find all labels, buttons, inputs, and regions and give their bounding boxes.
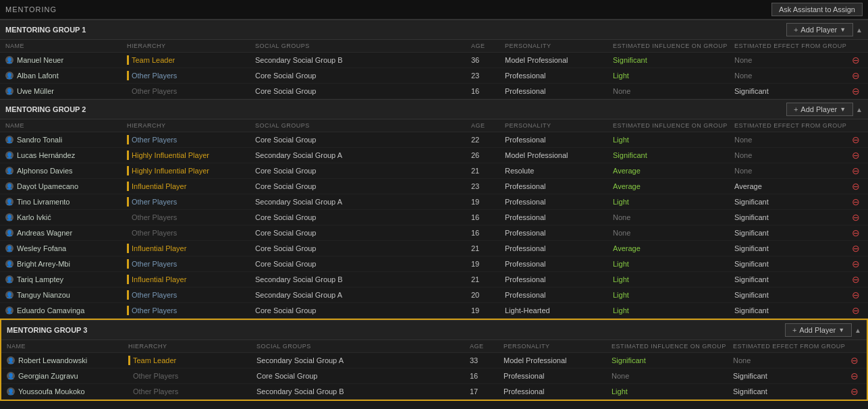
remove-player-button[interactable]: ⊖ [849,243,863,254]
hierarchy-label: Highly Influential Player [132,167,209,175]
hierarchy-label: Team Leader [133,356,176,364]
player-name: Andreas Wagner [17,229,72,237]
player-name-cell: 👤Lucas Hernández [5,151,127,159]
player-name: Robert Lewandowski [18,356,87,364]
col-header-hierarchy: HIERARCHY [128,342,256,351]
avatar: 👤 [5,306,13,315]
remove-player-button[interactable]: ⊖ [849,70,863,81]
table-row: 👤Andreas WagnerOther PlayersCore Social … [0,225,868,241]
effect-cell: Significant [734,244,849,252]
col-header-socialGroups: SOCIAL GROUPS [255,41,471,51]
personality-cell: Model Professional [505,151,613,159]
effect-cell: None [734,56,849,64]
social-group-cell: Core Social Group [255,87,471,95]
personality-cell: Professional [505,198,613,206]
col-header-remove [849,41,863,51]
hierarchy-bar [127,259,129,269]
col-header-hierarchy: HIERARCHY [127,121,255,130]
influence-cell: Average [613,167,734,175]
age-cell: 21 [471,167,505,175]
remove-player-button[interactable]: ⊖ [849,55,863,65]
hierarchy-bar [128,371,130,381]
remove-player-button[interactable]: ⊖ [849,227,863,238]
group3-title: MENTORING GROUP 3 [7,326,87,334]
column-headers: NAMEHIERARCHYSOCIAL GROUPSAGEPERSONALITY… [1,340,867,353]
remove-player-button[interactable]: ⊖ [849,165,863,176]
hierarchy-label: Other Players [132,306,177,315]
age-cell: 36 [471,56,505,64]
age-cell: 21 [471,244,505,252]
avatar: 👤 [5,87,13,95]
influence-cell: Light [613,198,734,206]
remove-player-button[interactable]: ⊖ [849,181,863,192]
group3-add-player-button[interactable]: + Add Player ▼ [785,323,852,337]
sort-icon[interactable]: ▲ [856,106,863,113]
remove-player-button[interactable]: ⊖ [849,86,863,97]
player-name-cell: 👤Youssoufa Moukoko [7,387,128,396]
hierarchy-bar [127,275,129,284]
remove-player-button[interactable]: ⊖ [848,355,861,366]
remove-player-button[interactable]: ⊖ [848,386,861,397]
column-headers: NAMEHIERARCHYSOCIAL GROUPSAGEPERSONALITY… [0,40,868,53]
personality-cell: Professional [505,72,613,80]
hierarchy-label: Other Players [132,229,177,237]
social-group-cell: Core Social Group [255,260,471,268]
age-cell: 19 [471,260,505,268]
group3-header: MENTORING GROUP 3+ Add Player ▼▲ [1,320,867,340]
player-name-cell: 👤Georgian Zugravu [7,372,128,380]
ask-assistant-button[interactable]: Ask Assistant to Assign [771,3,863,16]
personality-cell: Professional [505,182,613,190]
col-header-remove [848,342,861,351]
hierarchy-bar [127,135,129,144]
table-row: 👤Bright Arrey-MbiOther PlayersCore Socia… [0,256,868,272]
age-cell: 21 [471,275,505,283]
hierarchy-cell: Other Players [128,371,256,381]
avatar: 👤 [5,56,13,64]
remove-player-button[interactable]: ⊖ [849,150,863,161]
player-name: Wesley Fofana [17,244,66,252]
hierarchy-label: Other Players [132,213,177,221]
group1-add-player-button[interactable]: + Add Player ▼ [786,23,853,36]
hierarchy-label: Other Players [133,372,178,380]
col-header-estimatedEffect: ESTIMATED EFFECT FROM GROUP [734,121,849,130]
social-group-cell: Core Social Group [255,136,471,144]
table-row: 👤Lucas HernándezHighly Influential Playe… [0,148,868,163]
hierarchy-label: Other Players [132,87,177,95]
col-header-name: NAME [5,121,127,130]
hierarchy-bar [127,244,129,253]
remove-player-button[interactable]: ⊖ [849,196,863,207]
age-cell: 16 [470,372,504,380]
col-header-estimatedEffect: ESTIMATED EFFECT FROM GROUP [733,342,848,351]
remove-player-button[interactable]: ⊖ [848,371,861,381]
influence-cell: Average [613,244,734,252]
group2-header: MENTORING GROUP 2+ Add Player ▼▲ [0,99,868,119]
remove-player-button[interactable]: ⊖ [849,134,863,145]
hierarchy-bar [128,387,130,396]
social-group-cell: Secondary Social Group A [255,151,471,159]
remove-player-button[interactable]: ⊖ [849,305,863,316]
col-header-age: AGE [471,121,505,130]
player-name-cell: 👤Tino Livramento [5,198,127,206]
player-name: Youssoufa Moukoko [18,387,85,396]
influence-cell: None [613,229,734,237]
table-row: 👤Youssoufa MoukokoOther PlayersSecondary… [1,384,867,400]
table-row: 👤Sandro TonaliOther PlayersCore Social G… [0,132,868,148]
player-name-cell: 👤Dayot Upamecano [5,182,127,190]
influence-cell: Light [613,275,734,283]
hierarchy-cell: Highly Influential Player [127,151,255,160]
remove-player-button[interactable]: ⊖ [849,212,863,223]
hierarchy-cell: Other Players [127,306,255,315]
effect-cell: Significant [733,372,848,380]
remove-player-button[interactable]: ⊖ [849,290,863,300]
sort-icon[interactable]: ▲ [855,327,861,334]
hierarchy-cell: Other Players [127,259,255,269]
col-header-personality: PERSONALITY [504,342,612,351]
remove-player-button[interactable]: ⊖ [849,274,863,285]
table-row: 👤Alban LafontOther PlayersCore Social Gr… [0,68,868,84]
remove-player-button[interactable]: ⊖ [849,258,863,269]
group2-add-player-button[interactable]: + Add Player ▼ [786,103,853,116]
avatar: 👤 [5,275,13,283]
hierarchy-bar [127,213,129,222]
hierarchy-cell: Other Players [127,228,255,238]
sort-icon[interactable]: ▲ [856,26,863,34]
